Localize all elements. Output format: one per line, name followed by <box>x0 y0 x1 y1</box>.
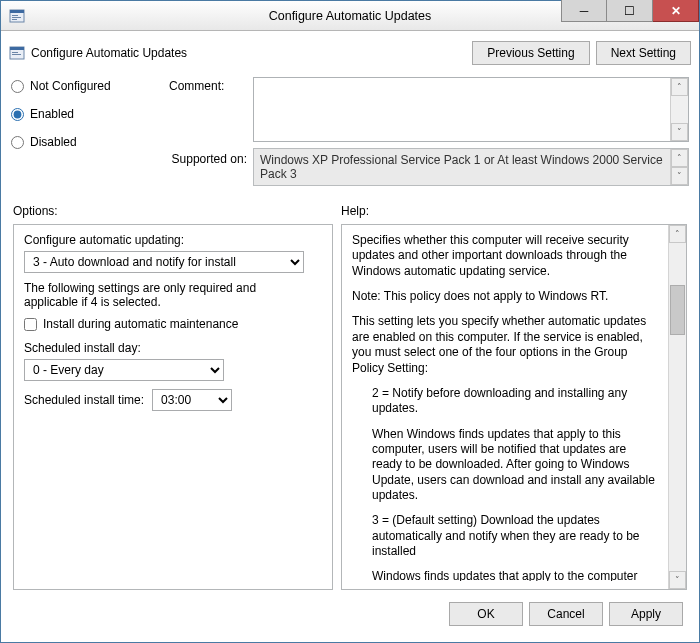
close-button[interactable]: ✕ <box>653 0 699 22</box>
state-radiogroup: Not Configured Enabled Disabled <box>11 77 161 190</box>
header-row: Configure Automatic Updates Previous Set… <box>7 37 693 73</box>
radio-not-configured-label: Not Configured <box>30 79 111 93</box>
scroll-up-icon[interactable]: ˄ <box>671 78 688 96</box>
sched-day-label: Scheduled install day: <box>24 341 322 355</box>
svg-rect-7 <box>12 52 18 53</box>
radio-not-configured-input[interactable] <box>11 80 24 93</box>
help-p6: 3 = (Default setting) Download the updat… <box>352 513 656 559</box>
scroll-down-icon[interactable]: ˅ <box>669 571 686 589</box>
configure-updating-select[interactable]: 3 - Auto download and notify for install <box>24 251 304 273</box>
supported-box: Windows XP Professional Service Pack 1 o… <box>253 148 689 186</box>
svg-rect-8 <box>12 54 21 55</box>
help-text: Specifies whether this computer will rec… <box>352 233 662 581</box>
radio-enabled-label: Enabled <box>30 107 74 121</box>
help-scrollbar[interactable]: ˄ ˅ <box>668 225 686 589</box>
policy-icon <box>9 45 25 61</box>
ok-button[interactable]: OK <box>449 602 523 626</box>
header-label: Configure Automatic Updates <box>31 46 187 60</box>
scroll-up-icon[interactable]: ˄ <box>669 225 686 243</box>
window-buttons: ─ ☐ ✕ <box>561 1 699 30</box>
apply-button[interactable]: Apply <box>609 602 683 626</box>
help-section-label: Help: <box>341 204 369 218</box>
sched-day-select[interactable]: 0 - Every day <box>24 359 224 381</box>
supported-scrollbar[interactable]: ˄ ˅ <box>670 149 688 185</box>
scroll-up-icon[interactable]: ˄ <box>671 149 688 167</box>
svg-rect-4 <box>12 19 17 20</box>
scrollbar-thumb[interactable] <box>670 285 685 335</box>
radio-not-configured[interactable]: Not Configured <box>11 79 161 93</box>
svg-rect-1 <box>10 10 24 13</box>
help-p3: This setting lets you specify whether au… <box>352 314 656 375</box>
supported-text: Windows XP Professional Service Pack 1 o… <box>254 149 670 185</box>
comment-label: Comment: <box>169 77 247 142</box>
radio-enabled-input[interactable] <box>11 108 24 121</box>
options-section-label: Options: <box>13 204 341 218</box>
help-pane: Specifies whether this computer will rec… <box>341 224 687 590</box>
cancel-button[interactable]: Cancel <box>529 602 603 626</box>
content-area: Configure Automatic Updates Previous Set… <box>1 31 699 642</box>
install-maintenance-checkbox[interactable]: Install during automatic maintenance <box>24 317 322 331</box>
sched-time-select[interactable]: 03:00 <box>152 389 232 411</box>
supported-label: Supported on: <box>169 148 247 186</box>
configure-updating-label: Configure automatic updating: <box>24 233 322 247</box>
maximize-button[interactable]: ☐ <box>607 0 653 22</box>
scrollbar-track[interactable] <box>669 243 686 571</box>
titlebar: Configure Automatic Updates ─ ☐ ✕ <box>1 1 699 31</box>
sched-time-label: Scheduled install time: <box>24 393 144 407</box>
radio-enabled[interactable]: Enabled <box>11 107 161 121</box>
help-p2: Note: This policy does not apply to Wind… <box>352 289 656 304</box>
comment-textarea[interactable]: ˄ ˅ <box>253 77 689 142</box>
help-p4: 2 = Notify before downloading and instal… <box>352 386 656 417</box>
minimize-button[interactable]: ─ <box>561 0 607 22</box>
svg-rect-2 <box>12 15 18 16</box>
help-p5: When Windows finds updates that apply to… <box>352 427 656 504</box>
svg-rect-3 <box>12 17 21 18</box>
help-p7: Windows finds updates that apply to the … <box>352 569 656 581</box>
dialog-window: Configure Automatic Updates ─ ☐ ✕ Config… <box>0 0 700 643</box>
help-p1: Specifies whether this computer will rec… <box>352 233 656 279</box>
options-pane: Configure automatic updating: 3 - Auto d… <box>13 224 333 590</box>
scroll-down-icon[interactable]: ˅ <box>671 167 688 185</box>
next-setting-button[interactable]: Next Setting <box>596 41 691 65</box>
options-note: The following settings are only required… <box>24 281 284 309</box>
scroll-down-icon[interactable]: ˅ <box>671 123 688 141</box>
comment-text[interactable] <box>254 78 670 141</box>
install-maintenance-label: Install during automatic maintenance <box>43 317 238 331</box>
policy-icon <box>9 8 25 24</box>
comment-scrollbar[interactable]: ˄ ˅ <box>670 78 688 141</box>
install-maintenance-input[interactable] <box>24 318 37 331</box>
svg-rect-6 <box>10 47 24 50</box>
footer-buttons: OK Cancel Apply <box>7 594 693 636</box>
previous-setting-button[interactable]: Previous Setting <box>472 41 589 65</box>
radio-disabled[interactable]: Disabled <box>11 135 161 149</box>
radio-disabled-input[interactable] <box>11 136 24 149</box>
radio-disabled-label: Disabled <box>30 135 77 149</box>
